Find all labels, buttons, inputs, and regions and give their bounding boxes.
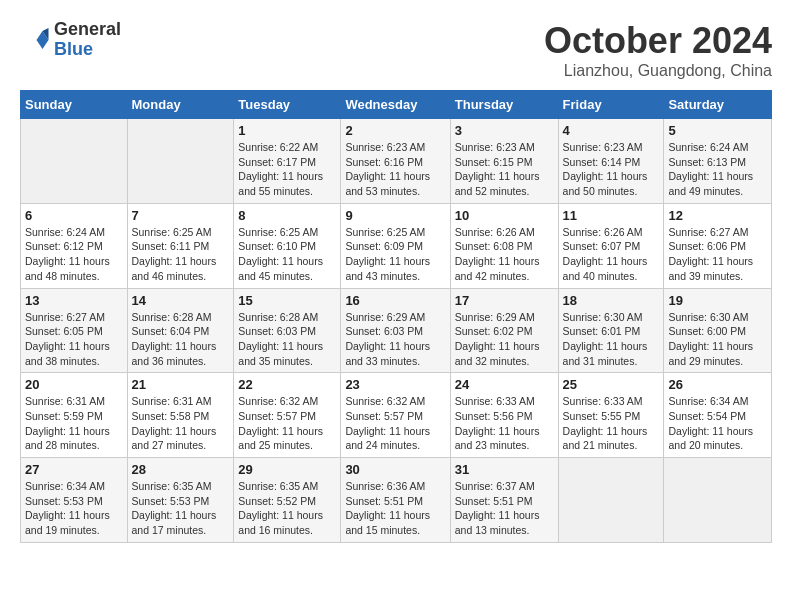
day-detail: Sunrise: 6:28 AMSunset: 6:04 PMDaylight:…: [132, 310, 230, 369]
day-detail: Sunrise: 6:32 AMSunset: 5:57 PMDaylight:…: [238, 394, 336, 453]
calendar-cell: 31Sunrise: 6:37 AMSunset: 5:51 PMDayligh…: [450, 458, 558, 543]
calendar-cell: 2Sunrise: 6:23 AMSunset: 6:16 PMDaylight…: [341, 119, 450, 204]
calendar-cell: 10Sunrise: 6:26 AMSunset: 6:08 PMDayligh…: [450, 203, 558, 288]
calendar-cell: 3Sunrise: 6:23 AMSunset: 6:15 PMDaylight…: [450, 119, 558, 204]
title-area: October 2024 Lianzhou, Guangdong, China: [544, 20, 772, 80]
day-number: 18: [563, 293, 660, 308]
logo-icon: [20, 25, 50, 55]
calendar-cell: [127, 119, 234, 204]
header-tuesday: Tuesday: [234, 91, 341, 119]
day-number: 4: [563, 123, 660, 138]
day-detail: Sunrise: 6:37 AMSunset: 5:51 PMDaylight:…: [455, 479, 554, 538]
day-detail: Sunrise: 6:30 AMSunset: 6:00 PMDaylight:…: [668, 310, 767, 369]
day-number: 2: [345, 123, 445, 138]
day-number: 27: [25, 462, 123, 477]
calendar-cell: 16Sunrise: 6:29 AMSunset: 6:03 PMDayligh…: [341, 288, 450, 373]
month-title: October 2024: [544, 20, 772, 62]
day-detail: Sunrise: 6:33 AMSunset: 5:56 PMDaylight:…: [455, 394, 554, 453]
calendar-cell: 6Sunrise: 6:24 AMSunset: 6:12 PMDaylight…: [21, 203, 128, 288]
calendar-header-row: SundayMondayTuesdayWednesdayThursdayFrid…: [21, 91, 772, 119]
day-number: 3: [455, 123, 554, 138]
calendar-cell: 11Sunrise: 6:26 AMSunset: 6:07 PMDayligh…: [558, 203, 664, 288]
calendar-cell: [21, 119, 128, 204]
calendar-cell: 20Sunrise: 6:31 AMSunset: 5:59 PMDayligh…: [21, 373, 128, 458]
calendar-cell: [664, 458, 772, 543]
day-detail: Sunrise: 6:25 AMSunset: 6:10 PMDaylight:…: [238, 225, 336, 284]
day-number: 24: [455, 377, 554, 392]
day-detail: Sunrise: 6:25 AMSunset: 6:09 PMDaylight:…: [345, 225, 445, 284]
calendar-week-4: 20Sunrise: 6:31 AMSunset: 5:59 PMDayligh…: [21, 373, 772, 458]
day-number: 15: [238, 293, 336, 308]
calendar-week-5: 27Sunrise: 6:34 AMSunset: 5:53 PMDayligh…: [21, 458, 772, 543]
calendar-week-1: 1Sunrise: 6:22 AMSunset: 6:17 PMDaylight…: [21, 119, 772, 204]
calendar-cell: 21Sunrise: 6:31 AMSunset: 5:58 PMDayligh…: [127, 373, 234, 458]
day-detail: Sunrise: 6:23 AMSunset: 6:15 PMDaylight:…: [455, 140, 554, 199]
day-detail: Sunrise: 6:29 AMSunset: 6:02 PMDaylight:…: [455, 310, 554, 369]
calendar-cell: 15Sunrise: 6:28 AMSunset: 6:03 PMDayligh…: [234, 288, 341, 373]
header-thursday: Thursday: [450, 91, 558, 119]
calendar-table: SundayMondayTuesdayWednesdayThursdayFrid…: [20, 90, 772, 543]
day-number: 6: [25, 208, 123, 223]
calendar-cell: 22Sunrise: 6:32 AMSunset: 5:57 PMDayligh…: [234, 373, 341, 458]
day-number: 17: [455, 293, 554, 308]
day-number: 22: [238, 377, 336, 392]
header-wednesday: Wednesday: [341, 91, 450, 119]
day-number: 21: [132, 377, 230, 392]
calendar-cell: 29Sunrise: 6:35 AMSunset: 5:52 PMDayligh…: [234, 458, 341, 543]
day-number: 7: [132, 208, 230, 223]
day-number: 12: [668, 208, 767, 223]
day-detail: Sunrise: 6:33 AMSunset: 5:55 PMDaylight:…: [563, 394, 660, 453]
day-number: 16: [345, 293, 445, 308]
header-saturday: Saturday: [664, 91, 772, 119]
page-header: General Blue October 2024 Lianzhou, Guan…: [20, 20, 772, 80]
header-monday: Monday: [127, 91, 234, 119]
calendar-week-3: 13Sunrise: 6:27 AMSunset: 6:05 PMDayligh…: [21, 288, 772, 373]
logo-text: General Blue: [54, 20, 121, 60]
calendar-cell: 14Sunrise: 6:28 AMSunset: 6:04 PMDayligh…: [127, 288, 234, 373]
calendar-cell: 17Sunrise: 6:29 AMSunset: 6:02 PMDayligh…: [450, 288, 558, 373]
day-detail: Sunrise: 6:31 AMSunset: 5:58 PMDaylight:…: [132, 394, 230, 453]
day-number: 25: [563, 377, 660, 392]
day-detail: Sunrise: 6:25 AMSunset: 6:11 PMDaylight:…: [132, 225, 230, 284]
location: Lianzhou, Guangdong, China: [544, 62, 772, 80]
day-detail: Sunrise: 6:34 AMSunset: 5:53 PMDaylight:…: [25, 479, 123, 538]
calendar-cell: 5Sunrise: 6:24 AMSunset: 6:13 PMDaylight…: [664, 119, 772, 204]
calendar-cell: 26Sunrise: 6:34 AMSunset: 5:54 PMDayligh…: [664, 373, 772, 458]
day-number: 9: [345, 208, 445, 223]
day-detail: Sunrise: 6:22 AMSunset: 6:17 PMDaylight:…: [238, 140, 336, 199]
day-detail: Sunrise: 6:27 AMSunset: 6:05 PMDaylight:…: [25, 310, 123, 369]
day-detail: Sunrise: 6:28 AMSunset: 6:03 PMDaylight:…: [238, 310, 336, 369]
calendar-cell: 25Sunrise: 6:33 AMSunset: 5:55 PMDayligh…: [558, 373, 664, 458]
calendar-cell: 23Sunrise: 6:32 AMSunset: 5:57 PMDayligh…: [341, 373, 450, 458]
logo: General Blue: [20, 20, 121, 60]
day-number: 20: [25, 377, 123, 392]
calendar-cell: 7Sunrise: 6:25 AMSunset: 6:11 PMDaylight…: [127, 203, 234, 288]
day-detail: Sunrise: 6:23 AMSunset: 6:14 PMDaylight:…: [563, 140, 660, 199]
calendar-cell: 19Sunrise: 6:30 AMSunset: 6:00 PMDayligh…: [664, 288, 772, 373]
calendar-cell: 12Sunrise: 6:27 AMSunset: 6:06 PMDayligh…: [664, 203, 772, 288]
day-detail: Sunrise: 6:23 AMSunset: 6:16 PMDaylight:…: [345, 140, 445, 199]
calendar-cell: 1Sunrise: 6:22 AMSunset: 6:17 PMDaylight…: [234, 119, 341, 204]
day-detail: Sunrise: 6:26 AMSunset: 6:08 PMDaylight:…: [455, 225, 554, 284]
day-number: 11: [563, 208, 660, 223]
day-number: 26: [668, 377, 767, 392]
day-detail: Sunrise: 6:32 AMSunset: 5:57 PMDaylight:…: [345, 394, 445, 453]
logo-general-text: General: [54, 20, 121, 40]
calendar-cell: 30Sunrise: 6:36 AMSunset: 5:51 PMDayligh…: [341, 458, 450, 543]
logo-blue-text: Blue: [54, 40, 121, 60]
day-number: 31: [455, 462, 554, 477]
calendar-cell: 13Sunrise: 6:27 AMSunset: 6:05 PMDayligh…: [21, 288, 128, 373]
calendar-cell: 9Sunrise: 6:25 AMSunset: 6:09 PMDaylight…: [341, 203, 450, 288]
day-detail: Sunrise: 6:26 AMSunset: 6:07 PMDaylight:…: [563, 225, 660, 284]
day-detail: Sunrise: 6:35 AMSunset: 5:53 PMDaylight:…: [132, 479, 230, 538]
day-number: 19: [668, 293, 767, 308]
day-detail: Sunrise: 6:24 AMSunset: 6:12 PMDaylight:…: [25, 225, 123, 284]
calendar-week-2: 6Sunrise: 6:24 AMSunset: 6:12 PMDaylight…: [21, 203, 772, 288]
header-friday: Friday: [558, 91, 664, 119]
day-number: 29: [238, 462, 336, 477]
day-detail: Sunrise: 6:34 AMSunset: 5:54 PMDaylight:…: [668, 394, 767, 453]
day-detail: Sunrise: 6:27 AMSunset: 6:06 PMDaylight:…: [668, 225, 767, 284]
day-number: 5: [668, 123, 767, 138]
day-number: 13: [25, 293, 123, 308]
calendar-cell: 8Sunrise: 6:25 AMSunset: 6:10 PMDaylight…: [234, 203, 341, 288]
